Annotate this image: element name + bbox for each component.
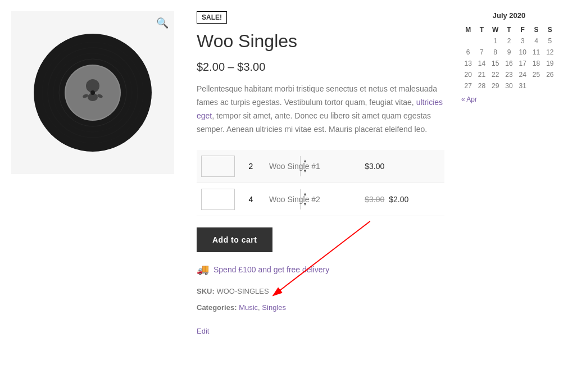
cal-day-w: W [489,24,502,35]
sku-value: WOO-SINGLES [216,287,269,295]
cal-day-t1: T [475,24,488,35]
product-image-column: 🔍 [11,11,180,335]
qty-input-1[interactable]: ▲ ▼ [201,156,235,177]
cal-week-2: 6 7 8 9 10 11 12 [461,47,557,58]
variation-original-price-2: $3.00 [365,195,384,204]
product-price: $2.00 – $3.00 [197,61,444,74]
calendar-title: July 2020 [461,11,557,20]
calendar-prev-link[interactable]: « Apr [461,95,477,103]
cal-day-s1: S [529,24,543,35]
cal-week-1: 1 2 3 4 5 [461,35,557,47]
variation-price-2: $3.00 $2.00 [365,195,408,204]
product-image-wrapper: 🔍 [11,11,174,174]
delivery-notice: 🚚 Spend £100 and get free delivery [197,263,444,276]
cal-day-f: F [516,24,529,35]
delivery-notice-text: Spend £100 and get free delivery [213,265,329,274]
truck-icon: 🚚 [197,263,209,276]
variations-table: ▲ ▼ Woo Single #1 $3.00 [197,150,444,216]
cal-day-s2: S [543,24,557,35]
product-main-column: SALE! Woo Singles $2.00 – $3.00 Pellente… [197,11,444,335]
category-singles[interactable]: Singles [262,303,286,312]
category-music[interactable]: Music [239,303,258,312]
calendar-table: M T W T F S S 1 2 3 [461,24,557,92]
categories-label: Categories: [197,303,237,312]
cal-day-t2: T [502,24,516,35]
variation-price-1: $3.00 [365,162,384,171]
svg-point-7 [90,90,95,95]
calendar-widget: July 2020 M T W T F S S [461,11,557,103]
sale-badge: SALE! [197,11,227,24]
cal-week-4: 20 21 22 23 24 25 26 [461,69,557,80]
variation-row: ▲ ▼ Woo Single #1 $3.00 [197,150,444,183]
cal-week-5: 27 28 29 30 31 [461,80,557,92]
zoom-icon[interactable]: 🔍 [156,17,169,29]
variation-name-2: Woo Single #2 [269,195,320,204]
product-description: Pellentesque habitant morbi tristique se… [197,83,444,136]
variation-name-1: Woo Single #1 [269,162,320,171]
qty-input-2[interactable]: ▲ ▼ [201,189,235,210]
product-title: Woo Singles [197,30,444,52]
add-to-cart-button[interactable]: Add to cart [197,227,272,252]
edit-link[interactable]: Edit [197,327,209,335]
variation-sale-price-2: $2.00 [389,195,408,204]
product-image [31,31,155,154]
sku-label: SKU: [197,287,215,295]
product-categories: Categories: Music, Singles [197,301,444,314]
sidebar-column: July 2020 M T W T F S S [461,11,557,335]
cal-day-m: M [461,24,475,35]
cal-week-3: 13 14 15 16 17 18 19 [461,58,557,69]
product-sku: SKU: WOO-SINGLES [197,285,444,298]
calendar-nav: « Apr [461,95,557,103]
variation-row-2: ▲ ▼ Woo Single #2 $3.00 $2.00 [197,183,444,216]
